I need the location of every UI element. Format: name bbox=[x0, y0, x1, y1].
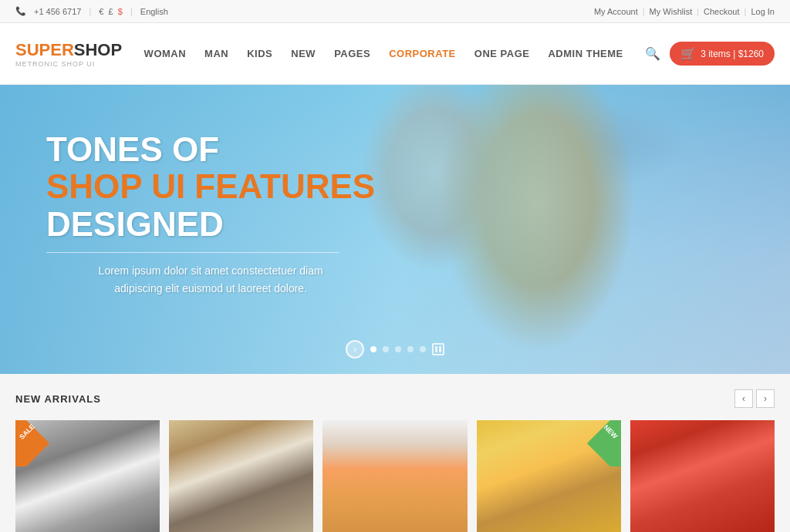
product-card-2[interactable] bbox=[169, 420, 313, 532]
divider: | bbox=[89, 7, 91, 16]
nav-kids[interactable]: KIDS bbox=[247, 48, 272, 59]
products-grid: SALE NEW bbox=[15, 420, 775, 532]
section-header: NEW ARRIVALS ‹ › bbox=[15, 389, 775, 408]
hero-desc-2: adipiscing elit euismod ut laoreet dolor… bbox=[114, 282, 307, 295]
my-wishlist-link[interactable]: My Wishlist bbox=[650, 7, 693, 16]
hero-description: Lorem ipsum dolor sit amet constectetuer… bbox=[46, 262, 375, 297]
product-image-3 bbox=[322, 420, 467, 532]
slider-dot-3[interactable] bbox=[395, 346, 401, 352]
carousel-prev-button[interactable]: ‹ bbox=[734, 389, 753, 408]
nav-one-page[interactable]: ONE PAGE bbox=[474, 48, 530, 59]
slider-dot-1[interactable] bbox=[370, 346, 376, 352]
hero-divider bbox=[46, 252, 339, 253]
cart-button[interactable]: 🛒 3 items | $1260 bbox=[670, 42, 775, 66]
header-right: 🔍 🛒 3 items | $1260 bbox=[645, 42, 775, 66]
logo[interactable]: SUPERSHOP METRONIC SHOP UI bbox=[15, 40, 122, 68]
active-currency: $ bbox=[118, 7, 123, 16]
sale-badge: SALE bbox=[18, 423, 36, 441]
product-image-2 bbox=[169, 420, 313, 532]
phone-icon: 📞 bbox=[15, 6, 26, 16]
logo-super: SUPER bbox=[15, 40, 74, 59]
header: SUPERSHOP METRONIC SHOP UI WOMAN MAN KID… bbox=[0, 23, 790, 85]
my-account-link[interactable]: My Account bbox=[594, 7, 638, 16]
slider-next-button[interactable]: › bbox=[346, 340, 364, 359]
currency-selector[interactable]: € £ $ bbox=[99, 7, 123, 16]
product-image-5 bbox=[630, 420, 775, 532]
new-ribbon: NEW bbox=[575, 420, 621, 466]
slider-dot-4[interactable] bbox=[407, 346, 414, 352]
carousel-arrows: ‹ › bbox=[734, 389, 775, 408]
language-selector[interactable]: English bbox=[140, 7, 168, 16]
top-bar-right: My Account | My Wishlist | Checkout | Lo… bbox=[594, 7, 775, 16]
logo-text: SUPERSHOP bbox=[15, 40, 122, 60]
pause-bar-1 bbox=[435, 346, 437, 352]
cart-icon: 🛒 bbox=[680, 46, 696, 61]
checkout-link[interactable]: Checkout bbox=[704, 7, 739, 16]
cart-items: 3 items bbox=[701, 49, 731, 59]
phone-number: +1 456 6717 bbox=[34, 7, 81, 16]
sale-ribbon: SALE bbox=[15, 420, 62, 466]
top-bar: 📞 +1 456 6717 | € £ $ | English My Accou… bbox=[0, 0, 790, 23]
section-title: NEW ARRIVALS bbox=[15, 393, 101, 405]
product-card-5[interactable] bbox=[630, 420, 775, 532]
hero-content: TONES OF SHOP UI FEATURES DESIGNED Lorem… bbox=[46, 131, 375, 297]
slider-pause-button[interactable] bbox=[432, 343, 444, 355]
top-bar-left: 📞 +1 456 6717 | € £ $ | English bbox=[15, 6, 168, 16]
hero-title-2: SHOP UI FEATURES bbox=[46, 168, 375, 205]
nav-pages[interactable]: PAGES bbox=[334, 48, 370, 59]
search-button[interactable]: 🔍 bbox=[645, 46, 660, 61]
carousel-next-button[interactable]: › bbox=[756, 389, 775, 408]
slider-dot-2[interactable] bbox=[383, 346, 389, 352]
product-image-4: NEW bbox=[477, 420, 621, 532]
nav-woman[interactable]: WOMAN bbox=[144, 48, 187, 59]
hero-banner: TONES OF SHOP UI FEATURES DESIGNED Lorem… bbox=[0, 85, 790, 374]
hero-title-3: DESIGNED bbox=[46, 206, 375, 243]
main-nav: WOMAN MAN KIDS NEW PAGES CORPORATE ONE P… bbox=[144, 48, 623, 59]
nav-new[interactable]: NEW bbox=[291, 48, 316, 59]
product-card-3[interactable] bbox=[322, 420, 467, 532]
nav-corporate[interactable]: CORPORATE bbox=[389, 48, 456, 59]
slider-controls: › bbox=[346, 340, 444, 359]
cart-info: 3 items | $1260 bbox=[701, 49, 764, 59]
divider2: | bbox=[130, 7, 133, 16]
slider-dot-5[interactable] bbox=[420, 346, 426, 352]
product-card-1[interactable]: SALE bbox=[15, 420, 160, 532]
new-arrivals-section: NEW ARRIVALS ‹ › SALE NEW bbox=[0, 374, 790, 532]
cart-price: $1260 bbox=[738, 49, 764, 59]
logo-shop: SHOP bbox=[74, 40, 122, 59]
pause-bar-2 bbox=[439, 346, 441, 352]
nav-admin-theme[interactable]: ADMIN THEME bbox=[548, 48, 623, 59]
logo-subtitle: METRONIC SHOP UI bbox=[15, 60, 122, 68]
new-badge: NEW bbox=[602, 423, 619, 440]
login-link[interactable]: Log In bbox=[751, 7, 775, 16]
nav-man[interactable]: MAN bbox=[204, 48, 228, 59]
hero-title-1: TONES OF bbox=[46, 131, 375, 168]
product-card-4[interactable]: NEW bbox=[477, 420, 621, 532]
hero-desc-1: Lorem ipsum dolor sit amet constectetuer… bbox=[99, 264, 323, 277]
product-image-1: SALE bbox=[15, 420, 160, 532]
